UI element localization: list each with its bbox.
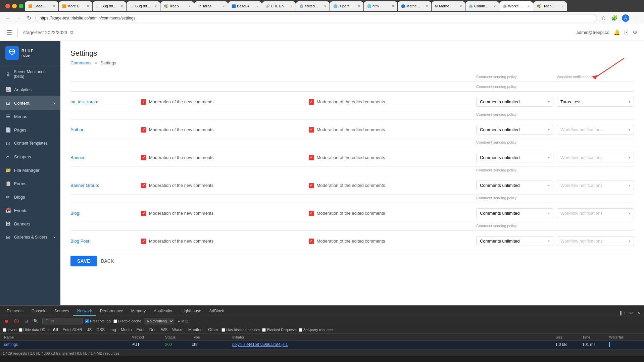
row-4-workflow-dropdown[interactable]: Workflow notifications ▾ <box>557 208 634 218</box>
row-0-checkbox-edited[interactable] <box>309 99 314 105</box>
sidebar-item-content-templates[interactable]: ⊡ Content Templates <box>0 137 60 150</box>
row-0-workflow-dropdown[interactable]: Taras_test ▾ <box>557 97 634 107</box>
row-1-policy-dropdown[interactable]: Comments unlimited ▾ <box>476 125 553 135</box>
site-link-icon[interactable]: ⧉ <box>70 30 73 35</box>
col-status[interactable]: Status <box>164 334 191 340</box>
sidebar-item-events[interactable]: 📅 Events <box>0 204 60 217</box>
window-maximize-btn[interactable] <box>19 4 23 8</box>
browser-tab[interactable]: MMathe...× <box>432 1 465 11</box>
devtools-close-btn[interactable]: × <box>636 310 641 316</box>
back-button[interactable]: ← <box>4 14 12 22</box>
filter-js-btn[interactable]: JS <box>86 327 93 333</box>
row-0-checkbox-new[interactable] <box>141 99 146 105</box>
devtools-tab-lighthouse[interactable]: Lighthouse <box>178 307 205 316</box>
browser-tab[interactable]: 🟧More C...× <box>59 1 92 11</box>
row-5-policy-dropdown[interactable]: Comments unlimited ▾ <box>476 236 553 246</box>
row-4-checkbox-edited[interactable] <box>309 211 314 216</box>
settings-icon-button[interactable]: ⚙ <box>633 29 637 36</box>
filter-img-btn[interactable]: Img <box>108 327 117 333</box>
col-size[interactable]: Size <box>554 334 581 340</box>
window-minimize-btn[interactable] <box>12 4 17 8</box>
col-initiator[interactable]: Initiator <box>231 334 554 340</box>
sidebar-item-banners[interactable]: 🖼 Banners <box>0 217 60 230</box>
forward-button[interactable]: → <box>15 14 23 22</box>
filter-font-btn[interactable]: Font <box>135 327 146 333</box>
row-1-workflow-dropdown[interactable]: Workflow notifications ▾ <box>557 125 634 135</box>
sidebar-item-analytics[interactable]: 📈 Analytics <box>0 83 60 96</box>
row-2-policy-dropdown[interactable]: Comments unlimited ▾ <box>476 153 553 162</box>
row-0-policy-dropdown[interactable]: Comments unlimited ▾ <box>476 97 553 107</box>
filter-fetch-btn[interactable]: Fetch/XHR <box>61 327 84 333</box>
devtools-settings-btn[interactable]: ⚙ <box>628 310 634 316</box>
devtools-filter-input[interactable] <box>42 318 83 324</box>
devtools-tab-sources[interactable]: Sources <box>50 307 73 316</box>
row-5-checkbox-new[interactable] <box>141 239 146 244</box>
row-2-workflow-dropdown[interactable]: Workflow notifications ▾ <box>557 153 634 162</box>
row-5-workflow-dropdown[interactable]: Workflow notifications ▾ <box>557 236 634 246</box>
browser-tab[interactable]: ⚙️edited...× <box>296 1 330 11</box>
row-3-checkbox-edited[interactable] <box>309 183 314 188</box>
third-party-checkbox[interactable] <box>299 328 302 332</box>
filter-all-btn[interactable]: All <box>51 327 59 333</box>
filter-ws-btn[interactable]: WS <box>160 327 169 333</box>
browser-tab[interactable]: 🔗URL En...× <box>262 1 296 11</box>
browser-tab[interactable]: ✉️Bug 88...× <box>127 1 160 11</box>
hamburger-button[interactable]: ☰ <box>7 29 12 36</box>
profile-button[interactable]: A <box>622 14 629 22</box>
row-2-checkbox-new[interactable] <box>141 155 146 160</box>
hide-data-urls-checkbox[interactable] <box>19 328 22 332</box>
filter-manifest-btn[interactable]: Manifest <box>187 327 205 333</box>
filter-media-btn[interactable]: Media <box>119 327 133 333</box>
window-close-btn[interactable] <box>5 4 10 8</box>
browser-tab[interactable]: 🌿Treepl...× <box>533 1 567 11</box>
browser-tab[interactable]: 🌿Treepl...× <box>160 1 194 11</box>
row-3-checkbox-new[interactable] <box>141 183 146 188</box>
save-button[interactable]: SAVE <box>70 256 97 266</box>
breadcrumb-link[interactable]: Comments <box>70 60 92 65</box>
col-waterfall[interactable]: Waterfall <box>608 334 641 340</box>
row-4-checkbox-new[interactable] <box>141 211 146 216</box>
row-3-workflow-dropdown[interactable]: Workflow notifications ▾ <box>557 180 634 190</box>
sidebar-item-server[interactable]: 🖥 Server Monitoring (beta) <box>0 65 60 83</box>
monitor-button[interactable]: ⊡ <box>624 29 629 36</box>
sidebar-item-galleries[interactable]: ⊞ Galleries & Sliders ▾ <box>0 230 60 244</box>
preserve-log-checkbox[interactable] <box>85 319 89 323</box>
sidebar-item-file-manager[interactable]: 📁 File Manager <box>0 163 60 177</box>
row-2-checkbox-edited[interactable] <box>309 155 314 160</box>
filter-css-btn[interactable]: CSS <box>95 327 106 333</box>
invert-checkbox[interactable] <box>3 328 6 332</box>
sidebar-item-pages[interactable]: 📄 Pages <box>0 123 60 137</box>
row-4-policy-dropdown[interactable]: Comments unlimited ▾ <box>476 208 553 218</box>
row-5-checkbox-edited[interactable] <box>309 239 314 244</box>
devtools-tab-memory[interactable]: Memory <box>127 307 150 316</box>
devtools-tab-elements[interactable]: Elements <box>3 307 28 316</box>
sidebar-item-menus[interactable]: ☰ Menus <box>0 110 60 123</box>
throttle-select[interactable]: No throttling <box>144 318 174 324</box>
filter-wasm-btn[interactable]: Wasm <box>171 327 185 333</box>
sidebar-item-forms[interactable]: 📋 Forms <box>0 177 60 190</box>
back-button[interactable]: BACK <box>101 258 114 264</box>
sidebar-item-content[interactable]: ⊞ Content ▾ <box>0 96 60 110</box>
notification-button[interactable]: 🔔 <box>613 29 620 36</box>
blocked-requests-checkbox[interactable] <box>262 328 266 332</box>
reload-button[interactable]: ↻ <box>26 14 33 22</box>
browser-tab[interactable]: 🌐html ...× <box>364 1 397 11</box>
devtools-search-btn[interactable]: 🔍 <box>32 318 40 324</box>
browser-tab-active[interactable]: ⚙️Workfl...× <box>499 1 533 11</box>
devtools-tab-performance[interactable]: Performance <box>96 307 127 316</box>
col-time[interactable]: Time <box>581 334 608 340</box>
browser-tab[interactable]: 🛡Taras...× <box>194 1 228 11</box>
address-bar[interactable]: https://stage-test.trialsite.co/admin/co… <box>35 14 597 22</box>
devtools-tab-application[interactable]: Application <box>150 307 178 316</box>
row-1-checkbox-edited[interactable] <box>309 127 314 133</box>
sidebar-item-snippets[interactable]: ✂ Snippets <box>0 150 60 163</box>
devtools-filter-btn[interactable]: ⊟ <box>23 318 29 324</box>
browser-tab[interactable]: 🔵Mathe...× <box>398 1 431 11</box>
blocked-cookies-checkbox[interactable] <box>221 328 225 332</box>
sidebar-item-blogs[interactable]: ✏ Blogs <box>0 190 60 204</box>
col-name[interactable]: Name <box>3 334 130 340</box>
browser-tab[interactable]: ⚙️Comm...× <box>465 1 499 11</box>
row-3-policy-dropdown[interactable]: Comments unlimited ▾ <box>476 180 553 190</box>
bookmark-button[interactable]: ☆ <box>600 14 607 22</box>
devtools-record-btn[interactable]: ⏺ <box>3 318 10 324</box>
